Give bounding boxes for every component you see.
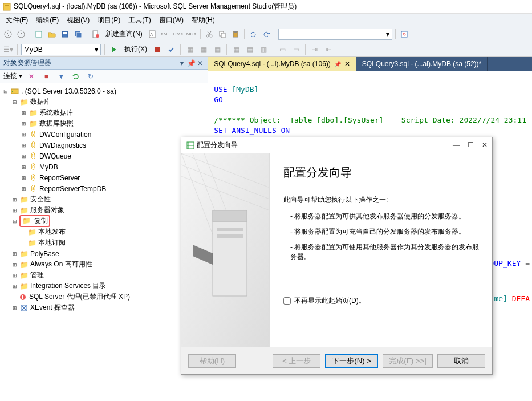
tree-dwconfig[interactable]: ⊞ 🛢 DWConfiguration [0, 129, 208, 140]
folder-icon: 📁 [19, 261, 29, 269]
menu-edit[interactable]: 编辑(E) [33, 14, 62, 26]
next-button[interactable]: 下一步(N) > [325, 354, 378, 368]
mdx-icon[interactable]: MDX [186, 29, 197, 40]
result-file-icon[interactable]: ▥ [258, 44, 269, 55]
tree-xevent[interactable]: ⊞ XEvent 探查器 [0, 302, 208, 313]
tree-sysdb[interactable]: ⊞ 📁 系统数据库 [0, 107, 208, 118]
tree-intservices[interactable]: ⊞ 📁 Integration Services 目录 [0, 281, 208, 291]
database-combo[interactable]: MyDB▾ [21, 44, 101, 55]
tree-report-temp[interactable]: ⊞ 🛢 ReportServerTempDB [0, 183, 208, 194]
tree-root[interactable]: ⊟ . (SQL Server 13.0.5026.0 - sa) [0, 86, 208, 96]
filter-icon[interactable]: ▼ [55, 71, 67, 82]
new-query-prefix-icon[interactable] [90, 29, 101, 40]
nav-fwd-icon[interactable] [15, 29, 27, 40]
indent-icon[interactable]: ⇥ [309, 44, 320, 55]
tree-serverobj[interactable]: ⊞ 📁 服务器对象 [0, 205, 208, 216]
dont-show-again-checkbox[interactable] [283, 297, 291, 305]
stop-icon[interactable] [152, 44, 163, 55]
plan-icon-2[interactable]: ▦ [198, 44, 209, 55]
cancel-button[interactable]: 取消 [437, 354, 485, 368]
connect-button[interactable]: 连接 ▾ [3, 71, 22, 81]
undo-icon[interactable] [247, 29, 259, 40]
tab-close-icon[interactable]: ✕ [344, 60, 350, 68]
tree-alwayson[interactable]: ⊞ 📁 Always On 高可用性 [0, 259, 208, 270]
tree-polybase[interactable]: ⊞ 📁 PolyBase [0, 248, 208, 259]
panel-pin-icon[interactable]: 📌 [187, 59, 195, 67]
result-grid-icon[interactable]: ▦ [230, 44, 242, 55]
tree-localsub[interactable]: 📁 本地订阅 [0, 237, 208, 248]
open-icon[interactable] [46, 29, 58, 40]
menu-view[interactable]: 视图(V) [63, 14, 93, 26]
tree-dwdiag[interactable]: ⊞ 🛢 DWDiagnostics [0, 140, 208, 151]
panel-dropdown-icon[interactable]: ▾ [178, 59, 186, 67]
svg-point-2 [5, 31, 11, 38]
script-icon-1[interactable]: A [147, 29, 158, 40]
tree-localpub[interactable]: 📁 本地发布 [0, 226, 208, 237]
tools-icon[interactable] [412, 29, 423, 40]
tree-replication[interactable]: ⊟ 📁 复制 [0, 216, 208, 226]
execute-play-icon[interactable] [108, 44, 120, 55]
find-icon[interactable] [399, 29, 410, 40]
help-button[interactable]: 帮助(H) [188, 354, 236, 368]
dialog-close-icon[interactable]: ✕ [482, 141, 488, 149]
agent-icon [18, 293, 27, 301]
menu-tools[interactable]: 工具(T) [125, 14, 154, 26]
xml-icon[interactable]: XML [160, 29, 171, 40]
tree-management[interactable]: ⊞ 📁 管理 [0, 270, 208, 281]
dropdown-1-icon[interactable]: ☰▾ [2, 44, 14, 55]
save-all-icon[interactable] [72, 29, 84, 40]
refresh-icon[interactable] [70, 71, 82, 82]
panel-close-icon[interactable]: ✕ [196, 59, 204, 67]
disconnect-icon[interactable]: ✕ [26, 71, 37, 82]
tree-databases[interactable]: ⊟ 📁 数据库 [0, 96, 208, 107]
menu-file[interactable]: 文件(F) [2, 14, 31, 26]
dialog-maximize-icon[interactable]: ☐ [468, 141, 474, 149]
svg-rect-1 [5, 5, 9, 6]
activity-icon[interactable]: ↻ [85, 71, 96, 82]
parse-icon[interactable] [165, 44, 177, 55]
stop2-icon[interactable]: ■ [40, 71, 52, 82]
database-icon: 🛢 [29, 174, 38, 182]
save-icon[interactable] [59, 29, 71, 40]
comment-icon[interactable]: ▭ [277, 44, 288, 55]
plan-icon-1[interactable]: ▦ [184, 44, 196, 55]
cut-icon[interactable] [204, 29, 215, 40]
copy-icon[interactable] [217, 29, 228, 40]
folder-icon: 📁 [19, 250, 29, 258]
tab-query4[interactable]: SQLQuery4.sql - (...l).MyDB (sa (106)) 📌… [208, 57, 356, 71]
tree-mydb[interactable]: ⊞ 🛢 MyDB [0, 161, 208, 172]
svg-point-23 [12, 91, 13, 92]
svg-point-10 [96, 34, 99, 38]
svg-rect-8 [76, 33, 82, 38]
tree-security[interactable]: ⊞ 📁 安全性 [0, 194, 208, 205]
tree-snapshot[interactable]: ⊞ 📁 数据库快照 [0, 118, 208, 129]
menu-help[interactable]: 帮助(H) [188, 14, 218, 26]
solution-combo[interactable]: ▾ [278, 29, 392, 40]
new-item-icon[interactable] [33, 29, 44, 40]
svg-text:A: A [150, 32, 153, 37]
tree-agent[interactable]: SQL Server 代理(已禁用代理 XP) [0, 291, 208, 302]
uncomment-icon[interactable]: ▭ [290, 44, 302, 55]
svg-rect-0 [3, 3, 10, 10]
tab-pin-icon[interactable]: 📌 [334, 61, 341, 67]
plan-icon-3[interactable]: ▦ [212, 44, 223, 55]
execute-button[interactable]: 执行(X) [122, 44, 149, 54]
outdent-icon[interactable]: ⇤ [323, 44, 334, 55]
folder-icon: 📁 [19, 282, 29, 290]
tree-report[interactable]: ⊞ 🛢 ReportServer [0, 172, 208, 183]
dmx-icon[interactable]: DMX [173, 29, 184, 40]
tab-query3[interactable]: SQLQuery3.sql - (...al).MyDB (sa (52))* [356, 57, 488, 71]
paste-icon[interactable] [230, 29, 241, 40]
dialog-minimize-icon[interactable]: — [453, 141, 460, 149]
nav-back-icon[interactable] [2, 29, 14, 40]
server-icon [10, 87, 19, 95]
tree-dwqueue[interactable]: ⊞ 🛢 DWQueue [0, 151, 208, 161]
redo-icon[interactable] [261, 29, 272, 40]
new-query-button[interactable]: 新建查询(N) [103, 29, 145, 39]
svg-rect-36 [213, 210, 247, 296]
result-text-icon[interactable]: ▤ [244, 44, 255, 55]
menu-project[interactable]: 项目(P) [94, 14, 124, 26]
svg-rect-4 [36, 31, 42, 37]
code-fragment-1: DUP_KEY [490, 259, 526, 268]
menu-window[interactable]: 窗口(W) [156, 14, 187, 26]
